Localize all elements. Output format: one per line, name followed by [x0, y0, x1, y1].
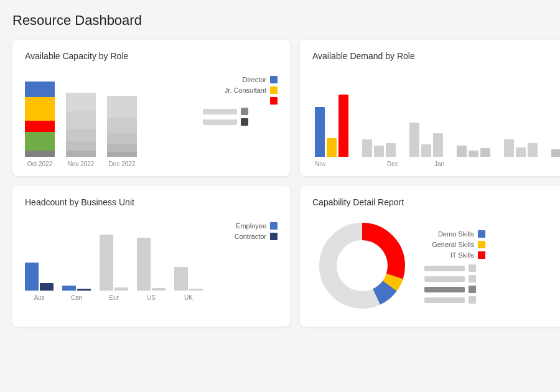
- bar-seg: [25, 151, 55, 157]
- demand-bar: [516, 147, 526, 157]
- legend-label: IT Skills: [424, 251, 474, 259]
- x-label-eur: Eur: [100, 294, 128, 301]
- bar-seg: [107, 96, 137, 118]
- demand-bar: [551, 149, 560, 157]
- head-bar-employee: [174, 267, 188, 291]
- demand-bar: [327, 138, 337, 157]
- head-bar-employee: [25, 263, 39, 291]
- capability-card-title: Capability Detail Report: [312, 197, 560, 207]
- x-label-us: US: [137, 294, 166, 301]
- legend-label: Demo Skills: [424, 230, 474, 238]
- demand-group-nov: [315, 95, 348, 157]
- head-group-us: [137, 216, 166, 291]
- head-group-aus: [25, 216, 54, 291]
- legend-label: Jr. Consultant: [203, 86, 266, 94]
- demand-bar: [338, 95, 348, 157]
- demand-bar: [504, 139, 514, 157]
- legend-demo-skills: Demo Skills: [424, 230, 485, 238]
- x-label-nov: Nov 2022: [66, 161, 96, 167]
- general-skills-dot: [478, 241, 485, 248]
- x-label-aus: Aus: [25, 294, 54, 301]
- gray-dot: [469, 264, 476, 272]
- legend-gray2: [203, 118, 278, 126]
- legend-label: Employee: [215, 222, 266, 230]
- contractor-dot: [270, 233, 278, 240]
- gray-dot: [241, 108, 248, 115]
- gray-bar: [424, 266, 465, 271]
- head-group-eur: [100, 216, 128, 291]
- svg-point-4: [337, 241, 387, 291]
- demand-group-dec-gray: [457, 146, 490, 157]
- bar-seg: [107, 133, 137, 144]
- demand-bar: [469, 151, 478, 157]
- bar-seg: [25, 97, 55, 121]
- capability-gray-bar-2: [424, 275, 485, 282]
- bar-seg: [66, 111, 96, 129]
- demand-card-title: Available Demand by Role: [312, 51, 560, 61]
- dark-bar: [424, 287, 465, 292]
- legend-general-skills: General Skills: [424, 241, 485, 248]
- head-bar-contractor: [152, 288, 166, 291]
- capacity-bar-oct: [25, 70, 55, 157]
- x-label-jan: Jan: [421, 161, 458, 167]
- head-bar-contractor: [40, 283, 54, 291]
- gray-dot: [469, 296, 476, 304]
- dark-dot: [469, 286, 476, 293]
- x-label-dec: Dec 2022: [107, 161, 137, 167]
- demand-bar: [386, 143, 396, 157]
- demo-skills-dot: [478, 230, 485, 238]
- demand-bar: [315, 107, 325, 157]
- demand-bar: [457, 146, 467, 157]
- headcount-legend: Employee Contractor: [215, 222, 278, 240]
- demand-bar: [421, 144, 431, 157]
- legend-label: Director: [203, 76, 266, 83]
- legend-label: Contractor: [215, 233, 266, 240]
- head-bar-contractor: [189, 289, 203, 291]
- demand-group-jan: [504, 139, 538, 157]
- donut-chart: [312, 216, 412, 318]
- demand-card: Available Demand by Role: [300, 40, 560, 176]
- capability-gray-bar-3: [424, 286, 485, 293]
- capability-legend: Demo Skills General Skills IT Skills: [424, 230, 485, 304]
- gray-dot: [469, 275, 476, 282]
- head-group-can: [62, 216, 91, 291]
- bar-seg: [25, 132, 55, 151]
- head-bar-contractor: [77, 289, 91, 291]
- headcount-card-title: Headcount by Business Unit: [25, 197, 278, 207]
- legend-director: Director: [203, 76, 278, 83]
- demand-group-jan-gray: [551, 149, 560, 157]
- red-dot: [270, 97, 278, 105]
- demand-bar: [480, 148, 490, 157]
- capacity-bar-nov: [66, 70, 96, 157]
- bar-seg: [66, 93, 96, 111]
- head-bar-employee: [137, 238, 151, 291]
- bar-seg: [25, 82, 55, 97]
- demand-bar: [433, 133, 443, 157]
- bar-seg: [107, 144, 137, 152]
- gray-bar: [424, 276, 465, 282]
- gray-bar: [203, 119, 237, 125]
- legend-gray1: [203, 108, 278, 115]
- bar-seg: [66, 129, 96, 141]
- legend-jr-consultant: Jr. Consultant: [203, 86, 278, 94]
- bar-seg: [66, 141, 96, 151]
- demand-bar: [409, 123, 419, 157]
- x-label-dec: Dec: [365, 161, 421, 167]
- dashboard-grid: Available Capacity by Role: [12, 40, 548, 327]
- demand-group-nov-gray: [362, 139, 396, 157]
- bar-seg: [107, 152, 137, 157]
- it-skills-dot: [478, 251, 485, 259]
- legend-employee: Employee: [215, 222, 278, 230]
- demand-bar: [528, 143, 538, 157]
- legend-label: General Skills: [424, 241, 474, 248]
- headcount-card: Headcount by Business Unit: [12, 186, 290, 327]
- head-bar-contractor: [114, 287, 128, 291]
- capability-card: Capability Detail Report: [300, 186, 560, 327]
- head-group-uk: [174, 216, 203, 291]
- capacity-card: Available Capacity by Role: [12, 40, 290, 176]
- capacity-card-title: Available Capacity by Role: [25, 51, 278, 61]
- legend-it-skills: IT Skills: [424, 251, 485, 259]
- demand-bar: [374, 146, 384, 157]
- x-label-can: Can: [62, 294, 91, 301]
- x-label-nov: Nov: [315, 161, 365, 167]
